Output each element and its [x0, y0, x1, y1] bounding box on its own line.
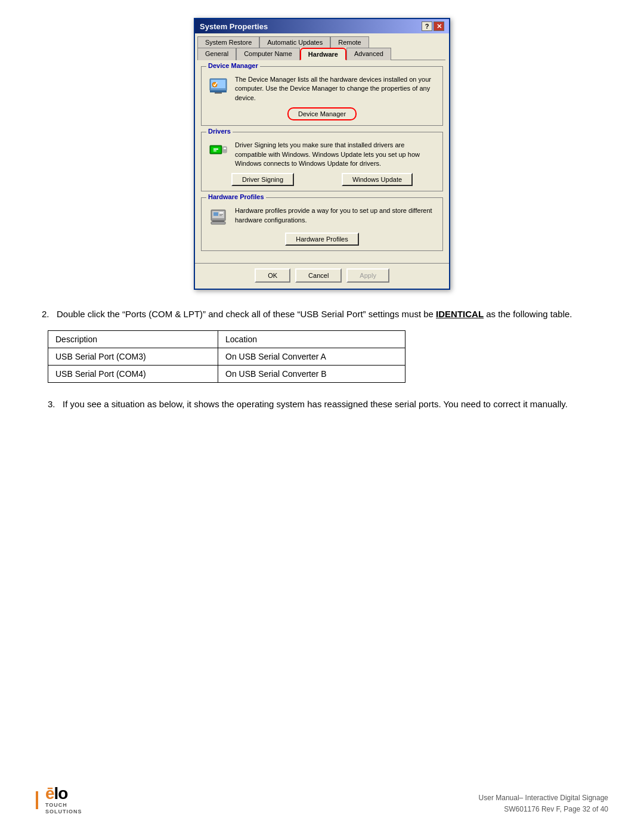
- step3-text: 3. If you see a situation as below, it s…: [42, 398, 602, 411]
- hardware-profiles-button[interactable]: Hardware Profiles: [285, 233, 358, 246]
- table-header-description: Description: [48, 330, 218, 348]
- device-manager-svg: [209, 76, 228, 95]
- table-cell-com4-desc: USB Serial Port (COM4): [48, 365, 218, 382]
- footer-info: User Manual– Interactive Digital Signage…: [479, 792, 608, 815]
- tabs-row1: System Restore Automatic Updates Remote: [197, 36, 447, 47]
- device-manager-section-title: Device Manager: [206, 62, 260, 69]
- titlebar-buttons: ? ✕: [422, 21, 444, 31]
- elo-tagline-line1: TOUCH: [45, 802, 82, 809]
- device-manager-content: The Device Manager lists all the hardwar…: [208, 75, 436, 103]
- page-footer: ēlo TOUCH SOLUTIONS User Manual– Interac…: [36, 785, 608, 815]
- svg-rect-16: [219, 215, 222, 216]
- drivers-content: Driver Signing lets you make sure that i…: [208, 141, 436, 168]
- table-cell-com4-loc: On USB Serial Converter B: [218, 365, 405, 382]
- hardware-profiles-icon: [208, 206, 229, 228]
- hardware-profiles-section-title: Hardware Profiles: [206, 193, 266, 200]
- hardware-profiles-section: Hardware Profiles: [201, 197, 443, 251]
- device-manager-section: Device Manager: [201, 66, 443, 126]
- step2-text-after: as the following table.: [484, 309, 572, 319]
- svg-rect-13: [213, 212, 218, 216]
- table-cell-com3-loc: On USB Serial Converter A: [218, 348, 405, 365]
- help-button[interactable]: ?: [422, 21, 432, 31]
- ok-button[interactable]: OK: [255, 268, 290, 283]
- drivers-text: Driver Signing lets you make sure that i…: [235, 141, 436, 168]
- drivers-icon: [208, 141, 229, 162]
- svg-rect-9: [224, 150, 226, 150]
- svg-rect-14: [219, 212, 223, 213]
- system-properties-dialog: System Properties ? ✕ System Restore Aut…: [194, 18, 450, 290]
- step2-bold: IDENTICAL: [436, 309, 484, 319]
- svg-rect-18: [211, 222, 225, 224]
- apply-button[interactable]: Apply: [346, 268, 389, 283]
- step2-text: 2. Double click the “Ports (COM & LPT)” …: [42, 308, 602, 321]
- tab-advanced[interactable]: Advanced: [346, 48, 391, 60]
- dialog-title: System Properties: [200, 22, 268, 31]
- svg-rect-8: [224, 148, 226, 149]
- cancel-button[interactable]: Cancel: [295, 268, 342, 283]
- hardware-profiles-button-row: Hardware Profiles: [208, 233, 436, 246]
- svg-rect-3: [215, 92, 222, 94]
- footer-manual-line1: User Manual– Interactive Digital Signage: [479, 792, 608, 804]
- tab-computer-name[interactable]: Computer Name: [236, 48, 300, 60]
- elo-text-group: ēlo TOUCH SOLUTIONS: [45, 785, 82, 815]
- drivers-button-row: Driver Signing Windows Update: [208, 173, 436, 186]
- hardware-profiles-svg: [209, 208, 228, 227]
- elo-brand: ēlo: [45, 785, 82, 802]
- data-table: Description Location USB Serial Port (CO…: [48, 330, 405, 383]
- hardware-profiles-text: Hardware profiles provide a way for you …: [235, 206, 436, 225]
- tabs-area: System Restore Automatic Updates Remote …: [195, 33, 449, 60]
- device-manager-text: The Device Manager lists all the hardwar…: [235, 75, 436, 103]
- close-button[interactable]: ✕: [434, 21, 444, 31]
- tab-automatic-updates[interactable]: Automatic Updates: [259, 36, 330, 48]
- svg-rect-2: [210, 91, 227, 92]
- footer-manual-line2: SW601176 Rev F, Page 32 of 40: [479, 804, 608, 815]
- drivers-section-title: Drivers: [206, 128, 233, 135]
- tab-remote[interactable]: Remote: [330, 36, 369, 48]
- elo-tagline-line2: SOLUTIONS: [45, 809, 82, 815]
- dialog-titlebar: System Properties ? ✕: [195, 19, 449, 33]
- step3-section: 3. If you see a situation as below, it s…: [36, 398, 608, 411]
- drivers-section: Drivers: [201, 132, 443, 191]
- dialog-container: System Properties ? ✕ System Restore Aut…: [36, 18, 608, 290]
- step2-text-before: Double click the “Ports (COM & LPT)” and…: [57, 309, 436, 319]
- elo-logo: ēlo TOUCH SOLUTIONS: [36, 785, 82, 815]
- table-row: USB Serial Port (COM3) On USB Serial Con…: [48, 348, 405, 365]
- device-manager-icon: [208, 75, 229, 97]
- table-cell-com3-desc: USB Serial Port (COM3): [48, 348, 218, 365]
- table-row: USB Serial Port (COM4) On USB Serial Con…: [48, 365, 405, 382]
- tab-general[interactable]: General: [197, 48, 236, 60]
- hardware-profiles-content: Hardware profiles provide a way for you …: [208, 206, 436, 228]
- tab-system-restore[interactable]: System Restore: [197, 36, 259, 48]
- drivers-svg: [209, 142, 228, 161]
- step2-number: 2.: [42, 309, 49, 319]
- windows-update-button[interactable]: Windows Update: [342, 173, 413, 186]
- device-manager-button[interactable]: Device Manager: [287, 107, 357, 120]
- table-header-location: Location: [218, 330, 405, 348]
- elo-bar: [36, 791, 38, 809]
- tabs-row2: General Computer Name Hardware Advanced: [197, 47, 447, 60]
- driver-signing-button[interactable]: Driver Signing: [231, 173, 294, 186]
- dialog-body: Device Manager: [195, 60, 449, 263]
- step3-number: 3.: [48, 399, 55, 409]
- tab-hardware[interactable]: Hardware: [300, 48, 346, 60]
- step3-description: If you see a situation as below, it show…: [63, 399, 568, 409]
- svg-rect-15: [219, 214, 223, 215]
- step2-section: 2. Double click the “Ports (COM & LPT)” …: [36, 308, 608, 383]
- device-manager-button-row: Device Manager: [208, 107, 436, 120]
- dialog-footer: OK Cancel Apply: [195, 263, 449, 289]
- svg-rect-10: [224, 151, 226, 151]
